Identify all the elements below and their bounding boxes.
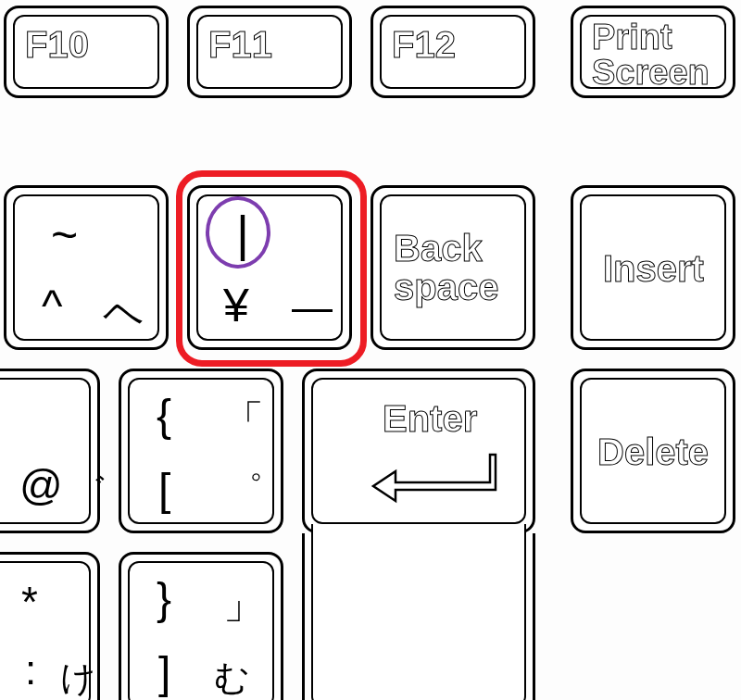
key-label-line1: Back (394, 229, 483, 268)
at-symbol: @ (19, 460, 63, 510)
colon-symbol: : (25, 647, 36, 694)
dash-symbol: — (292, 284, 333, 331)
key-label: Enter (383, 399, 477, 438)
rbracket-symbol: ] (158, 647, 170, 698)
key-label: F10 (25, 25, 89, 64)
key-printscreen[interactable]: Print Screen (571, 6, 735, 98)
key-label: Delete (597, 432, 709, 471)
mu-symbol: む (214, 655, 250, 700)
key-f10[interactable]: F10 (4, 6, 169, 98)
yen-symbol: ¥ (223, 279, 249, 332)
key-tilde-caret[interactable]: ~ ^ ヘ (4, 185, 169, 350)
key-insert[interactable]: Insert (571, 185, 735, 350)
key-label: Insert (603, 249, 704, 288)
lcorner-symbol: 「 (223, 394, 264, 448)
key-f12[interactable]: F12 (370, 6, 535, 98)
ke-symbol: け (60, 655, 96, 700)
key-label: F12 (392, 25, 456, 64)
he-symbol: ヘ (103, 286, 144, 341)
lcurly-symbol: { (157, 390, 171, 441)
key-at[interactable]: @ ゛ (0, 369, 100, 533)
pipe-symbol: | (236, 205, 249, 262)
key-label-line2: Screen (592, 55, 710, 92)
key-asterisk-ke[interactable]: * : け (0, 552, 100, 700)
caret-symbol: ^ (42, 281, 63, 331)
tilde-symbol: ~ (51, 208, 78, 262)
asterisk-symbol: * (21, 577, 38, 627)
key-inner (311, 524, 526, 700)
key-enter[interactable]: Enter (302, 369, 535, 533)
key-label-line2: space (394, 268, 498, 306)
key-left-bracket[interactable]: { 「 [ ゜ (119, 369, 283, 533)
rcurly-symbol: } (157, 573, 171, 624)
key-enter-lower[interactable] (302, 533, 535, 700)
enter-arrow-icon (370, 451, 499, 506)
lbracket-symbol: [ (158, 464, 170, 515)
key-backspace[interactable]: Back space (370, 185, 535, 350)
rcorner-symbol: 」 (223, 577, 264, 631)
dakuten-symbol: ゛ (69, 466, 107, 517)
key-label: F11 (208, 25, 272, 64)
key-delete[interactable]: Delete (571, 369, 735, 533)
key-right-bracket-mu[interactable]: } 」 ] む (119, 552, 283, 700)
key-label-line1: Print (592, 19, 672, 56)
handaku-symbol: ゜ (225, 466, 263, 517)
key-f11[interactable]: F11 (187, 6, 352, 98)
key-yen-pipe[interactable]: | ¥ — (187, 185, 352, 350)
